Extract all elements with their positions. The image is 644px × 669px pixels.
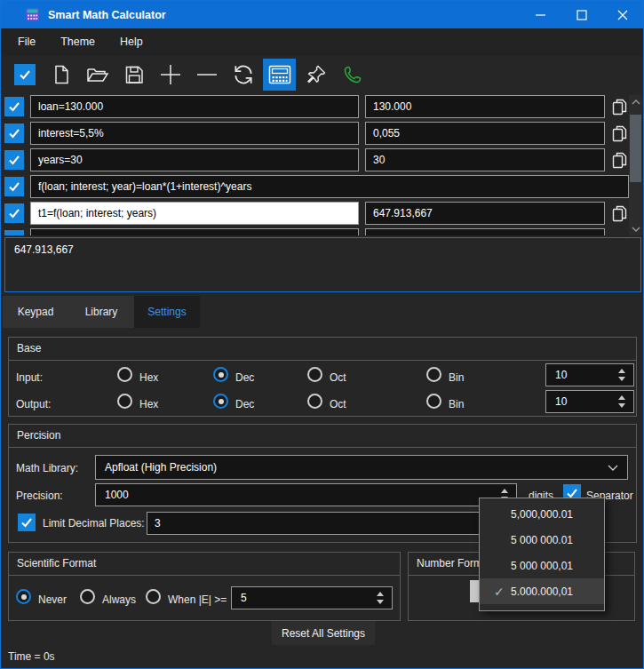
row-checkbox[interactable] [4,230,24,235]
calc-row: loan=130.000 130.000 [4,95,629,118]
output-base-spinner[interactable]: 10 [545,390,634,413]
title-bar: Smart Math Calculator [1,1,643,28]
spinner-arrows-icon[interactable] [616,369,628,381]
close-button[interactable] [602,1,643,28]
save-button[interactable] [115,59,152,91]
save-icon [123,64,145,85]
row-checkbox[interactable] [4,97,24,116]
copy-button[interactable] [609,123,629,144]
radio-output-oct[interactable] [307,394,322,409]
dropdown-option-selected[interactable]: ✓ 5.000.000,01 [480,578,604,604]
expression-input[interactable]: interest=5,5% [30,122,359,145]
rows-scrollbar[interactable] [629,95,642,235]
limit-decimal-input[interactable]: 3 [147,512,481,535]
pin-button[interactable] [298,59,334,91]
scroll-up-button[interactable] [629,95,642,108]
remove-row-button[interactable] [188,59,225,91]
toolbar [2,56,644,93]
spinner-arrows-icon[interactable] [374,592,386,604]
exponent-threshold-spinner[interactable]: 5 [231,586,393,609]
minimize-button[interactable] [521,1,561,28]
scroll-down-button[interactable] [629,222,642,235]
plus-icon [159,63,182,86]
radio-when-e[interactable] [146,589,161,604]
radio-input-hex[interactable] [117,367,132,382]
base-group: Base Input: Hex Dec Oct Bin 10 Output: H… [8,337,637,417]
calculator-icon [268,65,291,84]
call-button[interactable] [334,59,370,91]
app-icon [25,7,40,22]
add-row-button[interactable] [152,59,188,91]
radio-output-bin-label: Bin [449,396,464,412]
math-library-combobox[interactable]: Apfloat (High Precision) [95,455,628,480]
output-label: Output: [16,396,51,412]
spinner-arrows-icon[interactable] [616,395,628,408]
reset-all-settings-button[interactable]: Reset All Settings [272,621,375,645]
minimize-icon [536,10,546,20]
copy-button[interactable] [609,96,629,117]
select-all-checkbox[interactable] [6,59,43,91]
radio-output-dec-label: Dec [235,396,254,412]
expression-input[interactable]: f(loan; interest; year)=loan*(1+interest… [30,175,629,198]
chevron-down-icon [608,465,618,471]
dropdown-option[interactable]: 5,000,000.01 [480,501,604,527]
expression-input[interactable]: loan=130.000 [30,95,359,118]
calculator-mode-button[interactable] [263,59,296,91]
precision-label: Precision: [16,488,63,504]
new-file-button[interactable] [43,59,79,91]
result-display[interactable]: 647.913,667 [4,237,641,292]
scientific-format-group: Scientific Format Never Always When |E| … [8,552,401,621]
row-checkbox[interactable] [4,203,24,223]
refresh-button[interactable] [225,59,261,91]
row-checkbox[interactable] [4,150,24,170]
open-file-button[interactable] [79,59,115,91]
radio-input-bin-label: Bin [449,370,464,386]
radio-output-hex[interactable] [117,394,132,409]
menu-item-theme[interactable]: Theme [48,28,107,56]
chevron-up-icon [632,100,640,105]
radio-input-oct[interactable] [307,367,322,382]
result-field[interactable]: 647.913,667 [365,202,605,225]
row-checkbox[interactable] [4,177,24,196]
expression-input[interactable] [30,228,359,235]
app-window: Smart Math Calculator File Theme Help [0,0,644,669]
expression-input-focused[interactable]: t1=f(loan; interest; years) [30,202,359,225]
expression-input[interactable]: years=30 [30,148,359,171]
radio-never[interactable] [16,589,31,604]
copy-button[interactable] [609,203,629,224]
radio-input-hex-label: Hex [139,370,158,386]
result-field[interactable] [365,228,605,235]
close-icon [617,10,628,20]
radio-input-oct-label: Oct [330,370,346,386]
minus-icon [195,63,219,86]
result-field[interactable]: 30 [365,148,605,171]
tab-keypad[interactable]: Keypad [3,296,68,328]
dropdown-option[interactable]: 5 000 000.01 [480,527,604,553]
radio-always[interactable] [80,589,95,604]
maximize-button[interactable] [561,1,602,28]
menu-item-file[interactable]: File [5,28,48,56]
radio-always-label: Always [102,592,136,608]
pin-icon [306,64,327,85]
result-field[interactable]: 0,055 [365,122,605,145]
row-checkbox[interactable] [4,123,24,143]
refresh-icon [232,63,255,86]
input-base-spinner[interactable]: 10 [545,363,634,386]
calc-row: interest=5,5% 0,055 [4,122,629,145]
tab-settings[interactable]: Settings [134,296,200,328]
tab-library[interactable]: Library [68,296,134,328]
radio-output-dec[interactable] [213,394,228,409]
result-field[interactable]: 130.000 [365,95,605,118]
precision-spinner[interactable]: 1000 [95,483,517,506]
radio-when-e-label: When |E| >= [168,592,227,608]
scroll-thumb[interactable] [630,115,641,182]
limit-decimal-checkbox[interactable] [18,514,36,531]
window-title: Smart Math Calculator [48,9,166,21]
dropdown-option[interactable]: 5 000 000,01 [480,553,604,578]
menu-item-help[interactable]: Help [107,28,155,56]
radio-input-dec[interactable] [213,367,228,382]
radio-input-bin[interactable] [426,367,441,382]
copy-button[interactable] [609,149,629,171]
radio-output-bin[interactable] [426,394,441,409]
precision-group-title: Percision [9,425,636,448]
